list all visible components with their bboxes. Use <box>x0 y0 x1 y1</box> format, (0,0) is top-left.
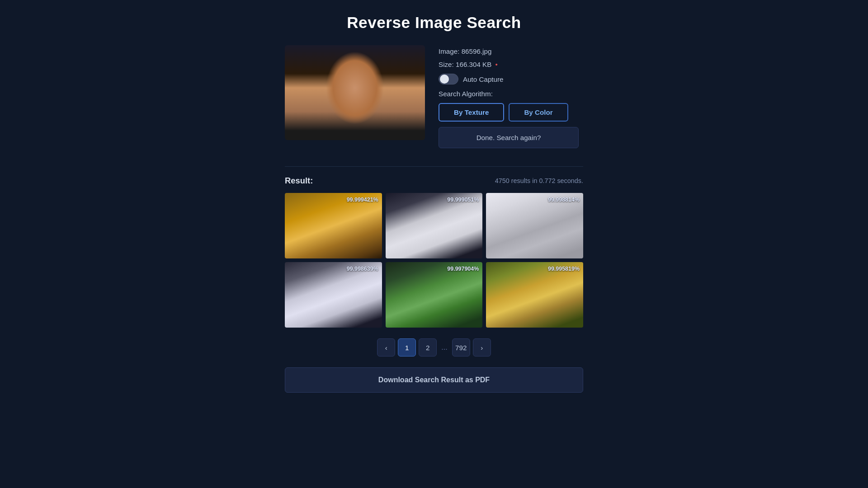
result-score: 99.997904% <box>447 266 479 272</box>
page-dots: ... <box>439 343 449 352</box>
result-score: 99.998814% <box>548 197 580 203</box>
status-dot: • <box>495 61 498 68</box>
search-algorithm-label: Search Algorithm: <box>439 90 579 98</box>
last-page-button[interactable]: 792 <box>452 338 470 357</box>
result-score: 99.999051% <box>447 197 479 203</box>
auto-capture-row: Auto Capture <box>439 74 579 84</box>
result-count: 4750 results in 0.772 seconds. <box>495 177 583 184</box>
top-section: Image: 86596.jpg Size: 166.304 KB • Auto… <box>285 45 583 148</box>
image-preview <box>285 45 425 140</box>
results-grid: 99.999421%99.999051%99.998814%99.998639%… <box>285 193 583 328</box>
result-score: 99.995819% <box>548 266 580 272</box>
search-again-button[interactable]: Done. Search again? <box>439 127 579 148</box>
result-item[interactable]: 99.999421% <box>285 193 382 258</box>
result-header: Result: 4750 results in 0.772 seconds. <box>285 176 583 186</box>
result-item[interactable]: 99.998639% <box>285 262 382 328</box>
page-title: Reverse Image Search <box>347 14 521 32</box>
result-item[interactable]: 99.999051% <box>386 193 483 258</box>
info-panel: Image: 86596.jpg Size: 166.304 KB • Auto… <box>439 45 579 148</box>
uploaded-image <box>285 45 425 140</box>
page-1-button[interactable]: 1 <box>398 338 416 357</box>
toggle-knob <box>440 75 449 84</box>
scrollbar-corner <box>861 481 868 488</box>
result-item[interactable]: 99.997904% <box>386 262 483 328</box>
auto-capture-toggle[interactable] <box>439 74 458 84</box>
image-size: Size: 166.304 KB • <box>439 61 579 68</box>
image-name: Image: 86596.jpg <box>439 47 579 55</box>
next-page-button[interactable]: › <box>473 338 491 357</box>
result-label: Result: <box>285 176 313 186</box>
algo-buttons: By Texture By Color <box>439 103 579 122</box>
download-button[interactable]: Download Search Result as PDF <box>285 367 583 393</box>
result-score: 99.998639% <box>347 266 378 272</box>
by-texture-button[interactable]: By Texture <box>439 103 504 122</box>
result-score: 99.999421% <box>347 197 378 203</box>
prev-page-button[interactable]: ‹ <box>377 338 395 357</box>
divider <box>285 166 583 167</box>
by-color-button[interactable]: By Color <box>509 103 568 122</box>
result-item[interactable]: 99.995819% <box>486 262 583 328</box>
pagination: ‹ 1 2 ... 792 › <box>377 338 491 357</box>
page-2-button[interactable]: 2 <box>419 338 437 357</box>
result-item[interactable]: 99.998814% <box>486 193 583 258</box>
auto-capture-label: Auto Capture <box>463 75 504 83</box>
